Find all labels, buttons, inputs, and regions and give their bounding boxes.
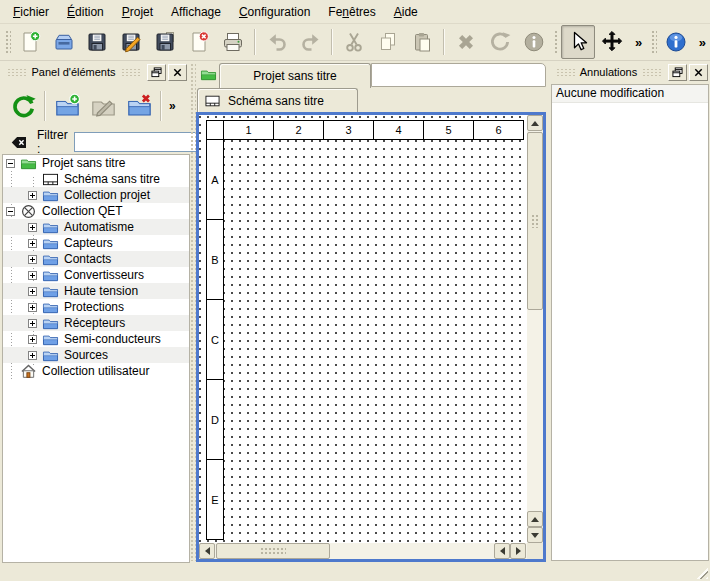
undo-history-item[interactable]: Aucune modification: [552, 85, 708, 103]
tab-projet-sans-titre[interactable]: Projet sans titre: [219, 63, 371, 88]
scrollbar-corner: [527, 543, 543, 559]
select-pointer-button[interactable]: [561, 25, 595, 59]
toolbar-overflow-button[interactable]: »: [169, 99, 176, 113]
expander-expand-icon[interactable]: [28, 319, 37, 328]
undo-button[interactable]: [260, 25, 294, 59]
tree-item-convertisseurs[interactable]: Convertisseurs: [3, 267, 189, 283]
expander-collapse-icon[interactable]: [6, 207, 15, 216]
properties-button[interactable]: [517, 25, 551, 59]
print-button[interactable]: [216, 25, 250, 59]
toolbar-overflow-button[interactable]: »: [695, 35, 710, 50]
schema-canvas[interactable]: 123456ABCDE: [199, 115, 543, 559]
dock-drag-texture: [642, 68, 661, 77]
close-dock-button[interactable]: [689, 64, 708, 81]
menu-configuration[interactable]: Configuration: [230, 2, 319, 22]
tree-item-recepteurs[interactable]: Récepteurs: [3, 315, 189, 331]
close-document-button[interactable]: [182, 25, 216, 59]
vertical-scrollbar[interactable]: [527, 115, 543, 543]
expander-expand-icon[interactable]: [28, 271, 37, 280]
float-dock-button[interactable]: [147, 64, 166, 81]
tree-item-semi-conducteurs[interactable]: Semi-conducteurs: [3, 331, 189, 347]
toolbar-overflow-button[interactable]: »: [631, 35, 646, 50]
tree-item-label: Contacts: [64, 252, 111, 266]
elements-panel-titlebar[interactable]: Panel d'éléments: [2, 62, 188, 82]
scroll-down-button[interactable]: [527, 527, 543, 543]
menu-affichage[interactable]: Affichage: [162, 2, 230, 22]
dock-splitter[interactable]: [189, 62, 196, 561]
new-document-button[interactable]: [13, 25, 47, 59]
tree-item-sources[interactable]: Sources: [3, 347, 189, 363]
expander-expand-icon[interactable]: [28, 239, 37, 248]
expander-collapse-icon[interactable]: [6, 159, 15, 168]
column-header-2: 2: [273, 120, 324, 140]
close-dock-button[interactable]: [168, 64, 187, 81]
move-elements-button[interactable]: [595, 25, 629, 59]
float-dock-button[interactable]: [668, 64, 687, 81]
toolbar-drag-handle[interactable]: [553, 29, 560, 55]
save-icon: [85, 30, 109, 54]
delete-button[interactable]: [449, 25, 483, 59]
tree-item-label: Collection projet: [64, 188, 150, 202]
menu-edition[interactable]: Édition: [58, 2, 113, 22]
toolbar-drag-handle[interactable]: [650, 29, 657, 55]
redo-icon: [299, 30, 323, 54]
redo-button[interactable]: [294, 25, 328, 59]
tree-item-contacts[interactable]: Contacts: [3, 251, 189, 267]
open-document-button[interactable]: [47, 25, 81, 59]
folder-icon: [42, 252, 59, 267]
scroll-up-button[interactable]: [527, 115, 543, 131]
column-header-1: 1: [223, 120, 274, 140]
scroll-up-button-2[interactable]: [527, 511, 543, 527]
tree-item-capteurs[interactable]: Capteurs: [3, 235, 189, 251]
undo-panel-titlebar[interactable]: Annulations: [551, 62, 709, 82]
save-all-button[interactable]: [148, 25, 182, 59]
scroll-left-button-2[interactable]: [494, 543, 510, 559]
expander-expand-icon[interactable]: [28, 335, 37, 344]
cut-button[interactable]: [337, 25, 371, 59]
scroll-left-button[interactable]: [199, 543, 215, 559]
print-icon: [221, 30, 245, 54]
toolbar-drag-handle[interactable]: [4, 29, 11, 55]
horizontal-scrollbar[interactable]: [199, 543, 527, 559]
about-info-button[interactable]: [659, 25, 693, 59]
menu-fenetres[interactable]: Fenêtres: [319, 2, 384, 22]
toolbar-separator: [44, 91, 46, 121]
thumb-grip: [531, 214, 539, 228]
expander-expand-icon[interactable]: [28, 303, 37, 312]
vertical-scroll-thumb[interactable]: [527, 132, 543, 310]
clear-filter-button[interactable]: [8, 133, 29, 152]
expander-expand-icon[interactable]: [28, 223, 37, 232]
rotate-button[interactable]: [483, 25, 517, 59]
expander-expand-icon[interactable]: [28, 351, 37, 360]
save-button[interactable]: [80, 25, 114, 59]
new-category-button[interactable]: [49, 87, 85, 125]
paste-button[interactable]: [405, 25, 439, 59]
tree-item-haute-tension[interactable]: Haute tension: [3, 283, 189, 299]
tree-item-collection-projet[interactable]: Collection projet: [3, 187, 189, 203]
menu-aide[interactable]: Aide: [385, 2, 427, 22]
tree-item-automatisme[interactable]: Automatisme: [3, 219, 189, 235]
tree-item-projet-sans-titre[interactable]: Projet sans titre: [3, 155, 189, 171]
expander-expand-icon[interactable]: [28, 191, 37, 200]
reload-collections-button[interactable]: [5, 87, 41, 125]
tree-item-protections[interactable]: Protections: [3, 299, 189, 315]
tree-item-collection-utilisateur[interactable]: Collection utilisateur: [3, 363, 189, 379]
expander-expand-icon[interactable]: [28, 255, 37, 264]
menu-projet[interactable]: Projet: [113, 2, 162, 22]
toolbar-separator: [254, 29, 256, 55]
copy-button[interactable]: [371, 25, 405, 59]
tab-schema-sans-titre[interactable]: Schéma sans titre: [197, 88, 358, 112]
tree-item-collection-qet[interactable]: Collection QET: [3, 203, 189, 219]
resize-grip[interactable]: [694, 565, 708, 579]
menu-fichier[interactable]: Fichier: [4, 2, 58, 22]
new-document-icon: [18, 30, 42, 54]
horizontal-scroll-thumb[interactable]: [216, 543, 330, 559]
expander-expand-icon[interactable]: [28, 287, 37, 296]
edit-category-button[interactable]: [85, 87, 121, 125]
save-as-button[interactable]: [114, 25, 148, 59]
delete-category-button[interactable]: [121, 87, 157, 125]
folder-icon: [42, 316, 59, 331]
tree-item-schema-sans-titre[interactable]: Schéma sans titre: [3, 171, 189, 187]
scroll-right-button[interactable]: [510, 543, 526, 559]
elements-panel-dock: Panel d'éléments » Filtrer : Projet sans…: [2, 62, 188, 561]
